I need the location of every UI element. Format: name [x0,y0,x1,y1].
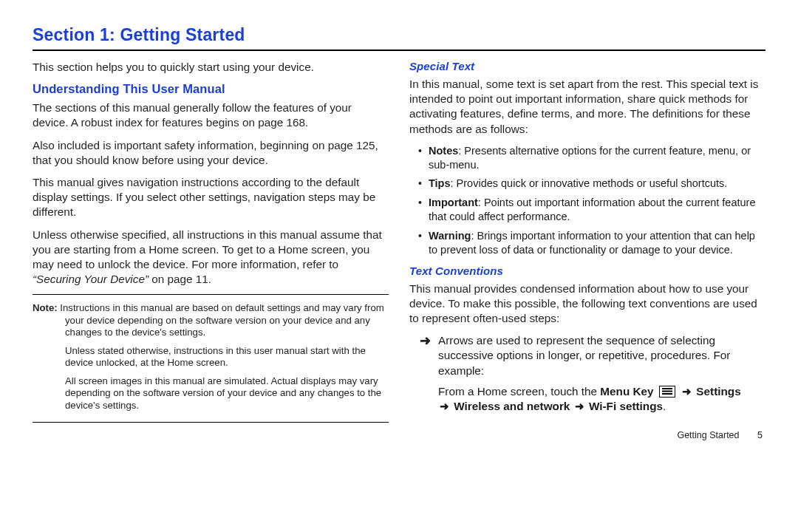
note-block: Note: Instructions in this manual are ba… [33,294,389,423]
def-warning-label: Warning [429,230,471,242]
example-period: . [663,400,666,412]
page-footer: Getting Started 5 [33,430,765,440]
section-heading: Section 1: Getting Started [33,25,765,45]
def-important-text: : Points out important information about… [429,197,755,222]
menu-key-icon [659,386,675,398]
def-notes-label: Notes [429,145,458,157]
special-text-heading: Special Text [409,60,765,72]
right-column: Special Text In this manual, some text i… [409,60,765,423]
def-warning-text: : Brings important information to your a… [429,230,755,256]
note-2: Unless stated otherwise, instructions in… [33,345,389,369]
menu-key-label: Menu Key [600,385,653,398]
left-para-4a: Unless otherwise specified, all instruct… [33,228,382,270]
arrow-icon-3: ➜ [573,399,586,414]
arrow-icon-1: ➜ [681,384,693,399]
wifi-settings-label: Wi-Fi settings [589,400,663,412]
def-tips-text: : Provides quick or innovative methods o… [451,177,728,189]
footer-page-number: 5 [742,430,763,440]
note-label: Note: [33,302,58,313]
def-tips-label: Tips [429,177,451,189]
def-warning: Warning: Brings important information to… [420,229,765,257]
example-pre: From a Home screen, touch the [438,385,600,398]
content-columns: This section helps you to quickly start … [33,60,765,423]
wireless-network-label: Wireless and network [454,400,570,412]
note-3: All screen images in this manual are sim… [33,375,389,412]
special-text-paragraph: In this manual, some text is set apart f… [409,77,765,137]
example-text: From a Home screen, touch the Menu Key ➜… [438,384,741,414]
left-para-4b: on page 11. [149,273,211,285]
securing-your-device-ref: “Securing Your Device” [33,273,149,285]
intro-paragraph: This section helps you to quickly start … [33,60,389,75]
settings-label: Settings [696,385,740,398]
text-conventions-paragraph: This manual provides condensed informati… [409,282,765,327]
understanding-heading: Understanding This User Manual [33,82,389,96]
note-1-text: Instructions in this manual are based on… [58,302,384,338]
text-conventions-heading: Text Conventions [409,265,765,277]
definitions-list: Notes: Presents alternative options for … [409,144,765,257]
arrow-explain-text: Arrows are used to represent the sequenc… [438,333,765,378]
def-important-label: Important [429,197,478,208]
arrow-icon-2: ➜ [438,399,451,414]
left-para-3: This manual gives navigation instruction… [33,175,389,220]
example-block: ➜ From a Home screen, touch the Menu Key… [420,384,765,414]
footer-section-label: Getting Started [677,430,739,440]
arrow-explain: ➜ Arrows are used to represent the seque… [420,333,765,378]
left-para-1: The sections of this manual generally fo… [33,100,389,130]
def-important: Important: Points out important informat… [420,196,765,224]
left-para-2: Also included is important safety inform… [33,138,389,168]
def-tips: Tips: Provides quick or innovative metho… [420,177,765,191]
left-para-4: Unless otherwise specified, all instruct… [33,228,389,287]
def-notes: Notes: Presents alternative options for … [420,144,765,172]
left-column: This section helps you to quickly start … [33,60,389,423]
note-1: Note: Instructions in this manual are ba… [33,302,389,339]
heading-rule [33,50,765,51]
def-notes-text: : Presents alternative options for the c… [429,145,751,171]
arrow-icon: ➜ [420,333,431,378]
